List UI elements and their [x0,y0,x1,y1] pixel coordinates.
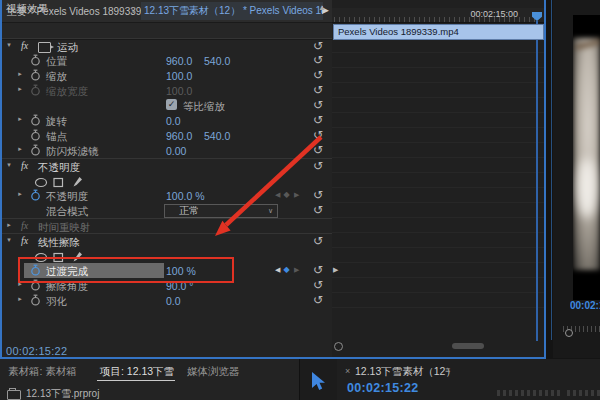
wipe-angle-value[interactable]: 90.0 ° [166,280,194,292]
opacity-value[interactable]: 100.0 % [166,190,205,202]
prev-keyframe-icon[interactable]: ◀ [275,266,280,274]
timeline-panel-menu-icon[interactable]: ≡ [445,365,450,375]
stopwatch-icon[interactable] [30,189,41,201]
expander-icon[interactable]: ▸ [16,190,24,198]
stopwatch-icon[interactable] [30,114,41,126]
fx-badge-icon[interactable]: fx [21,220,28,231]
prev-keyframe-icon[interactable]: ◀ [275,191,280,199]
timeline-panel: × 12.13下雪素材（12） ≡ 00:02:15:22 [337,359,600,400]
reset-icon[interactable]: ↺ [313,128,323,142]
expander-icon[interactable]: ▸ [5,221,13,229]
stopwatch-icon[interactable] [30,279,41,291]
row-scale-width: ▸缩放宽度100.0↺ [0,83,332,98]
sequence-clip-tab[interactable]: 12.13下雪素材（12） * Pexels Videos 189… [141,2,323,20]
row-time-remapping-group: ▸fx时间重映射 [0,218,332,234]
add-keyframe-icon[interactable]: ◆ [284,265,290,274]
fx-badge-icon[interactable]: fx [21,235,28,246]
timeline-tab[interactable]: 12.13下雪素材（12） [355,365,456,379]
feather-value[interactable]: 0.0 [166,295,181,307]
reset-icon[interactable]: ↺ [313,113,323,127]
project-panel: 素材箱: 素材箱 项目: 12.13下雪 ≡ 媒体浏览器 12.13下雪.prp… [0,359,298,400]
blend-mode-select[interactable]: 正常∨ [164,204,278,218]
expander-icon[interactable]: ▸ [16,85,24,93]
position-value[interactable]: 960.0 [166,55,192,67]
project-file-item[interactable]: 12.13下雪.prproj [26,387,99,400]
focus-border-left [0,0,2,358]
effect-controls-timecode[interactable]: 00:02:15:22 [6,345,67,357]
selection-tool-icon[interactable] [310,371,328,393]
edge-keyframe-arrow-icon[interactable]: ▶ [333,266,338,274]
clip-bar[interactable]: Pexels Videos 1899339.mp4 [333,24,544,40]
expander-icon[interactable]: ▸ [16,70,24,78]
snow-blob-shape [577,158,597,218]
reset-icon[interactable]: ↺ [313,83,323,97]
reset-icon[interactable]: ↺ [313,39,323,53]
effect-timeline: 00:02:15:00 Pexels Videos 1899339.mp4 ▶ [332,0,545,358]
reset-icon[interactable]: ↺ [313,203,323,217]
anti-flicker-label: 防闪烁滤镜 [46,145,99,159]
anchor-point-value[interactable]: 540.0 [204,130,230,142]
reset-icon[interactable]: ↺ [313,53,323,67]
fx-badge-icon[interactable]: fx [21,160,28,171]
timeline-zoom-scrollbar[interactable] [332,341,542,351]
reset-icon[interactable]: ↺ [313,234,323,248]
scrollbar-thumb[interactable] [452,343,484,349]
scale-value[interactable]: 100.0 [166,70,192,82]
program-monitor-video [573,15,600,300]
chevron-down-icon: ∨ [130,5,137,15]
tools-strip [299,359,338,400]
add-keyframe-icon[interactable]: ◆ [284,190,290,199]
zoom-knob[interactable] [334,342,343,351]
row-scale: ▸缩放100.0↺ [0,68,332,83]
keyframe-nav: ◀◆▶ [275,264,301,277]
expander-icon[interactable]: ▸ [16,295,24,303]
expander-icon[interactable]: ▸ [16,145,24,153]
tab-project[interactable]: 项目: 12.13下雪 [100,365,174,379]
reset-icon[interactable]: ↺ [313,293,323,307]
program-monitor-panel: 00:02:1 [553,0,600,358]
position-value[interactable]: 540.0 [204,55,230,67]
panel-divider [551,0,552,340]
reset-icon[interactable]: ↺ [313,159,323,173]
stopwatch-icon[interactable] [30,69,41,81]
collapse-up-icon[interactable]: ▲ [318,3,326,12]
rotation-value[interactable]: 0.0 [166,115,181,127]
scale-width-value[interactable]: 100.0 [166,85,192,97]
transition-complete-value[interactable]: 100 % [166,265,196,277]
fx-badge-icon[interactable]: fx [21,40,28,51]
next-keyframe-icon[interactable]: ▶ [294,191,299,199]
expander-icon[interactable]: ▸ [16,115,24,123]
expander-icon[interactable]: ▸ [16,280,24,288]
stopwatch-icon[interactable] [30,264,41,276]
chevron-down-icon: ∨ [268,205,273,217]
row-opacity-group: ▾fx不透明度↺ [0,158,332,174]
stopwatch-icon[interactable] [30,294,41,306]
anchor-point-value[interactable]: 960.0 [166,130,192,142]
stopwatch-icon[interactable] [30,129,41,141]
monitor-timecode: 00:02:1 [570,300,600,311]
uniform-scale-checkbox[interactable]: ✓ [166,99,177,110]
reset-icon[interactable]: ↺ [313,98,323,112]
reset-icon[interactable]: ↺ [313,263,323,277]
reset-icon[interactable]: ↺ [313,143,323,157]
tab-media-browser[interactable]: 媒体浏览器 [187,365,240,379]
next-keyframe-icon[interactable]: ▶ [294,266,299,274]
tab-bin[interactable]: 素材箱: 素材箱 [8,365,77,379]
stopwatch-icon[interactable] [30,84,41,96]
expander-icon[interactable]: ▾ [5,41,13,49]
stopwatch-icon[interactable] [30,144,41,156]
row-position: 位置960.0540.0↺ [0,53,332,68]
project-panel-menu-icon[interactable]: ≡ [167,365,172,375]
timeline-timecode[interactable]: 00:02:15:22 [347,381,418,395]
reset-icon[interactable]: ↺ [313,188,323,202]
reset-icon[interactable]: ↺ [313,68,323,82]
stopwatch-icon[interactable] [30,54,41,66]
monitor-zoom-knob[interactable] [565,329,573,337]
timeline-row-stripes [332,38,545,308]
reset-icon[interactable]: ↺ [313,278,323,292]
expander-icon[interactable]: ▾ [5,161,13,169]
anti-flicker-value[interactable]: 0.00 [166,145,186,157]
close-icon[interactable]: × [345,366,350,376]
timeline-ruler[interactable]: 00:02:15:00 [332,8,545,23]
expander-icon[interactable]: ▾ [5,236,13,244]
